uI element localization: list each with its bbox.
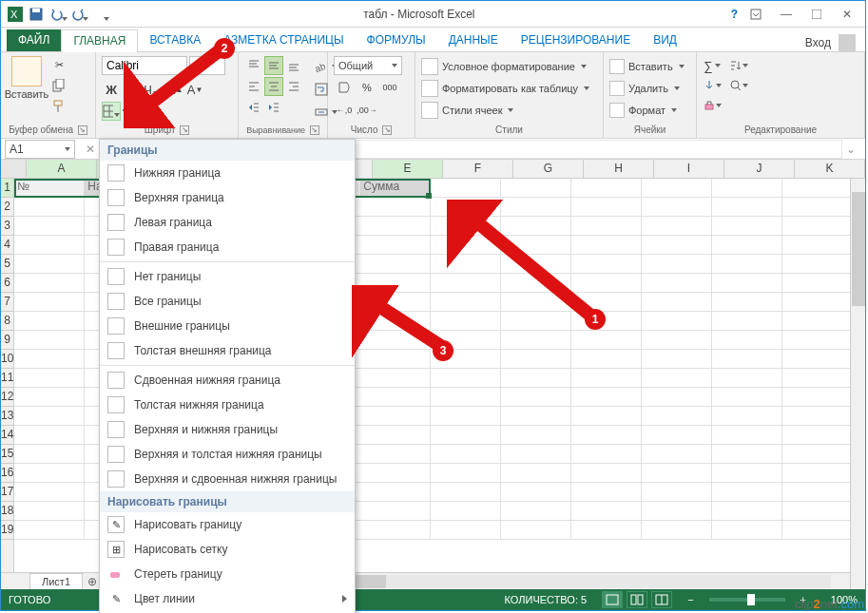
decrease-indent-icon[interactable] bbox=[244, 98, 263, 117]
line-color[interactable]: ✎Цвет линии bbox=[100, 586, 355, 611]
currency-icon[interactable] bbox=[334, 77, 355, 98]
view-layout-icon[interactable] bbox=[627, 591, 647, 608]
row-header-4[interactable]: 4 bbox=[1, 236, 13, 255]
row-header-16[interactable]: 16 bbox=[1, 464, 13, 483]
number-format-combo[interactable]: Общий bbox=[334, 56, 402, 75]
tab-review[interactable]: РЕЦЕНЗИРОВАНИЕ bbox=[510, 29, 642, 51]
increase-indent-icon[interactable] bbox=[264, 98, 283, 117]
user-icon[interactable] bbox=[839, 34, 856, 51]
border-outside[interactable]: Внешние границы bbox=[100, 314, 355, 338]
border-thick-outside[interactable]: Толстая внешняя граница bbox=[100, 338, 355, 363]
autosum-icon[interactable]: ∑ bbox=[703, 56, 722, 75]
cell-A1[interactable]: № bbox=[14, 179, 85, 197]
erase-border[interactable]: Стереть границу bbox=[100, 562, 355, 586]
tab-insert[interactable]: ВСТАВКА bbox=[138, 29, 212, 51]
row-header-9[interactable]: 9 bbox=[1, 331, 13, 350]
border-top-double-bottom[interactable]: Верхняя и сдвоенная нижняя границы bbox=[100, 467, 355, 491]
percent-icon[interactable]: % bbox=[357, 77, 377, 98]
cell-E1[interactable]: Сумма bbox=[360, 179, 431, 197]
alignment-launcher[interactable]: ↘ bbox=[310, 125, 319, 135]
decrease-font-icon[interactable]: A▼ bbox=[185, 80, 204, 99]
close-button[interactable]: ✕ bbox=[835, 4, 859, 25]
row-header-19[interactable]: 19 bbox=[1, 521, 13, 540]
clipboard-launcher[interactable]: ↘ bbox=[78, 125, 87, 135]
decrease-decimal-icon[interactable]: ,00→ bbox=[357, 100, 377, 121]
col-header-H[interactable]: H bbox=[584, 160, 654, 178]
col-header-K[interactable]: K bbox=[795, 160, 865, 178]
border-bottom[interactable]: Нижняя граница bbox=[100, 161, 355, 185]
tab-formulas[interactable]: ФОРМУЛЫ bbox=[356, 29, 437, 51]
row-header-2[interactable]: 2 bbox=[1, 198, 13, 217]
align-right-icon[interactable] bbox=[284, 77, 303, 96]
border-right[interactable]: Правая граница bbox=[100, 235, 355, 259]
draw-border[interactable]: ✎Нарисовать границу bbox=[100, 512, 355, 537]
format-painter-icon[interactable] bbox=[50, 98, 68, 115]
row-header-1[interactable]: 1 bbox=[1, 179, 13, 198]
view-pagebreak-icon[interactable] bbox=[651, 591, 672, 608]
border-thick-bottom[interactable]: Толстая нижняя граница bbox=[100, 393, 355, 417]
col-header-E[interactable]: E bbox=[373, 160, 443, 178]
row-header-8[interactable]: 8 bbox=[1, 312, 13, 331]
row-header-17[interactable]: 17 bbox=[1, 483, 13, 502]
border-top-bottom[interactable]: Верхняя и нижняя границы bbox=[100, 417, 355, 442]
copy-icon[interactable] bbox=[50, 77, 68, 94]
delete-cells[interactable]: Удалить bbox=[609, 78, 690, 99]
find-select-icon[interactable] bbox=[729, 76, 748, 95]
fill-color-button[interactable] bbox=[122, 102, 141, 121]
cancel-formula-icon[interactable]: ✕ bbox=[81, 143, 100, 156]
fill-icon[interactable] bbox=[703, 76, 722, 95]
borders-button[interactable] bbox=[102, 102, 121, 121]
expand-formula-bar[interactable]: ⌄ bbox=[846, 143, 861, 156]
row-header-13[interactable]: 13 bbox=[1, 407, 13, 426]
qat-save-icon[interactable] bbox=[28, 6, 45, 23]
maximize-button[interactable] bbox=[804, 4, 829, 25]
row-header-10[interactable]: 10 bbox=[1, 350, 13, 369]
bold-button[interactable]: Ж bbox=[102, 80, 121, 99]
format-cells[interactable]: Формат bbox=[609, 100, 690, 121]
increase-font-icon[interactable]: A▲ bbox=[165, 80, 184, 99]
increase-decimal-icon[interactable]: ←,0 bbox=[334, 100, 355, 121]
login-link[interactable]: Вход bbox=[805, 36, 831, 49]
thousands-icon[interactable]: 000 bbox=[379, 77, 400, 98]
tab-view[interactable]: ВИД bbox=[642, 29, 688, 51]
align-bottom-icon[interactable] bbox=[284, 56, 303, 75]
cell-styles[interactable]: Стили ячеек bbox=[421, 100, 597, 121]
zoom-slider[interactable] bbox=[709, 598, 785, 602]
paste-button[interactable]: Вставить bbox=[7, 56, 47, 100]
conditional-formatting[interactable]: Условное форматирование bbox=[421, 56, 597, 77]
row-header-7[interactable]: 7 bbox=[1, 293, 13, 312]
cut-icon[interactable]: ✂ bbox=[50, 56, 68, 73]
draw-grid[interactable]: ⊞Нарисовать сетку bbox=[100, 537, 355, 562]
tab-home[interactable]: ГЛАВНАЯ bbox=[61, 29, 138, 52]
name-box[interactable]: A1 bbox=[5, 140, 75, 159]
view-normal-icon[interactable] bbox=[602, 591, 623, 608]
row-header-12[interactable]: 12 bbox=[1, 388, 13, 407]
clear-icon[interactable] bbox=[703, 96, 722, 115]
align-center-icon[interactable] bbox=[264, 77, 283, 96]
font-size-input[interactable] bbox=[189, 56, 225, 75]
ribbon-collapse-icon[interactable] bbox=[743, 4, 768, 25]
tab-file[interactable]: ФАЙЛ bbox=[7, 29, 61, 51]
border-all[interactable]: Все границы bbox=[100, 289, 355, 314]
tab-data[interactable]: ДАННЫЕ bbox=[437, 29, 510, 51]
format-as-table[interactable]: Форматировать как таблицу bbox=[421, 78, 597, 99]
align-top-icon[interactable] bbox=[244, 56, 263, 75]
border-top-thick-bottom[interactable]: Верхняя и толстая нижняя границы bbox=[100, 442, 355, 467]
col-header-I[interactable]: I bbox=[654, 160, 724, 178]
row-header-14[interactable]: 14 bbox=[1, 426, 13, 445]
border-double-bottom[interactable]: Сдвоенная нижняя граница bbox=[100, 368, 355, 393]
row-header-5[interactable]: 5 bbox=[1, 255, 13, 274]
font-name-input[interactable] bbox=[102, 56, 187, 75]
row-header-15[interactable]: 15 bbox=[1, 445, 13, 464]
vertical-scrollbar[interactable] bbox=[850, 179, 865, 572]
border-top[interactable]: Верхняя граница bbox=[100, 185, 355, 210]
col-header-G[interactable]: G bbox=[513, 160, 584, 178]
row-header-11[interactable]: 11 bbox=[1, 369, 13, 388]
font-launcher[interactable]: ↘ bbox=[180, 125, 189, 135]
row-header-3[interactable]: 3 bbox=[1, 217, 13, 236]
minimize-button[interactable]: — bbox=[774, 4, 799, 25]
align-middle-icon[interactable] bbox=[264, 56, 283, 75]
row-header-6[interactable]: 6 bbox=[1, 274, 13, 293]
border-none[interactable]: Нет границы bbox=[100, 264, 355, 289]
row-header-18[interactable]: 18 bbox=[1, 502, 13, 521]
